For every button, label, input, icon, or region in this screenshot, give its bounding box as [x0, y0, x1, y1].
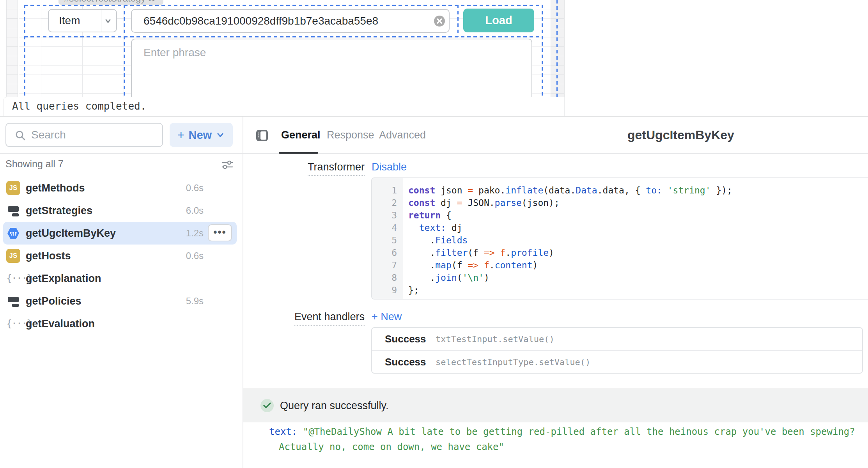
selection-outline-top [24, 5, 542, 6]
new-query-button[interactable]: + New [170, 123, 233, 147]
query-name: getEvaluation [26, 312, 95, 335]
test-input-type-select[interactable]: Item [48, 9, 117, 32]
line-number: 6 [372, 246, 403, 259]
tab-advanced[interactable]: Advanced [379, 117, 426, 153]
line-number: 5 [372, 234, 403, 246]
code-line: text: dj [408, 222, 868, 234]
line-number: 1 [372, 184, 403, 197]
event-handler-row[interactable]: SuccessselectTestInputType.setValue() [372, 350, 862, 372]
query-name: getHosts [26, 245, 71, 267]
plus-icon: + [177, 128, 185, 142]
select-divider [101, 10, 101, 32]
filter-sliders-icon[interactable] [220, 158, 234, 172]
query-list-item-getStrategies[interactable]: getStrategies6.0s [0, 199, 243, 222]
query-list-item-getUgcItemByKey[interactable]: getUgcItemByKey1.2s••• [0, 222, 243, 245]
handler-command: txtTestInput.setValue() [436, 328, 554, 350]
braces-icon: {···} [6, 317, 20, 331]
active-tab-underline [279, 152, 318, 154]
event-handler-row[interactable]: SuccesstxtTestInput.setValue() [372, 328, 862, 350]
hexagon-icon [6, 226, 20, 240]
js-icon: JS [6, 249, 20, 263]
query-run-time: 1.2s [186, 222, 204, 245]
query-list-item-getEvaluation[interactable]: {···}getEvaluation [0, 312, 243, 335]
app-canvas: #selectTestStrategy ≫ Item 6546dc0b98ca1… [0, 0, 868, 117]
response-line-1: text: "@TheDailyShow A bit late to be ge… [269, 424, 868, 440]
selection-outline-col1 [124, 5, 125, 104]
query-list-item-getPolicies[interactable]: getPolicies5.9s [0, 290, 243, 312]
query-result-bar: Query ran successfully. [243, 388, 868, 422]
select-value: Item [59, 10, 80, 32]
line-number: 2 [372, 197, 403, 209]
status-text: All queries completed. [12, 97, 146, 115]
code-line: const json = pako.inflate(data.Data.data… [408, 184, 868, 197]
tab-general[interactable]: General [281, 117, 321, 153]
panel-toggle-icon[interactable] [256, 129, 268, 142]
braces-icon: {···} [6, 271, 20, 285]
query-list-item-getMethods[interactable]: JSgetMethods0.6s [0, 177, 243, 199]
query-name: getExplanation [26, 267, 101, 290]
query-name: getMethods [26, 177, 85, 199]
item-key-input[interactable]: 6546dc0b98ca191000928dff9b1b7e3acaba55e8 [131, 9, 450, 33]
success-check-icon [260, 399, 274, 412]
search-placeholder: Search [31, 124, 66, 146]
query-search-input[interactable]: Search [5, 123, 163, 147]
chevron-down-icon [216, 130, 225, 140]
selection-outline-col2 [457, 5, 459, 37]
query-count-label: Showing all 7 [5, 158, 64, 170]
phrase-placeholder: Enter phrase [143, 46, 206, 59]
selection-outline-right [542, 5, 543, 104]
query-name: getStrategies [26, 199, 92, 222]
code-line: }; [408, 284, 868, 296]
transformer-label: Transformer [308, 161, 365, 176]
load-button[interactable]: Load [463, 9, 534, 32]
query-name: getUgcItemByKey [26, 222, 116, 245]
line-number: 7 [372, 259, 403, 271]
code-line: .join('\n') [408, 271, 868, 284]
code-line-numbers: 123456789 [372, 178, 403, 299]
phrase-textarea[interactable]: Enter phrase [131, 39, 532, 104]
js-icon: JS [6, 181, 20, 195]
event-handlers-label: Event handlers [294, 311, 365, 326]
transformer-code-editor[interactable]: 123456789 const json = pako.inflate(data… [371, 177, 868, 300]
selection-outline-mid [24, 36, 542, 37]
code-line: return { [408, 209, 868, 222]
item-key-value: 6546dc0b98ca191000928dff9b1b7e3acaba55e8 [143, 10, 378, 32]
query-run-time: 6.0s [186, 199, 204, 222]
handler-event: Success [385, 328, 426, 350]
search-icon [15, 130, 26, 141]
line-number: 8 [372, 271, 403, 284]
event-handlers-table: SuccesstxtTestInput.setValue()Successsel… [371, 327, 863, 374]
header-divider [0, 153, 868, 154]
tab-response[interactable]: Response [327, 117, 374, 153]
code-line: const dj = JSON.parse(json); [408, 197, 868, 209]
selection-outline-left [24, 5, 25, 104]
query-run-time: 0.6s [186, 177, 204, 199]
query-status-bar: All queries completed. [3, 97, 565, 116]
code-line: .filter(f => f.profile) [408, 246, 868, 259]
query-response-preview: text: "@TheDailyShow A bit late to be ge… [269, 424, 868, 455]
line-number: 4 [372, 222, 403, 234]
query-list-item-getHosts[interactable]: JSgetHosts0.6s [0, 245, 243, 267]
handler-command: selectTestInputType.setValue() [436, 351, 590, 373]
query-name: getPolicies [26, 290, 81, 312]
response-line-2: Actually no, come on down, we have cake" [269, 440, 868, 455]
resource-icon [6, 294, 20, 308]
line-number: 9 [372, 284, 403, 296]
chevron-down-icon[interactable] [103, 16, 113, 28]
query-run-time: 5.9s [186, 290, 204, 312]
clear-input-icon[interactable] [434, 16, 445, 27]
code-line: .map(f => f.content) [408, 259, 868, 271]
code-line: .Fields [408, 234, 868, 246]
widget-name-tag: #selectTestStrategy ≫ [58, 0, 163, 5]
code-lines: const json = pako.inflate(data.Data.data… [408, 178, 868, 296]
add-event-handler-link[interactable]: + New [372, 311, 402, 323]
query-title: getUgcItemByKey [627, 117, 734, 153]
query-more-button[interactable]: ••• [208, 224, 232, 241]
transformer-disable-link[interactable]: Disable [372, 161, 407, 173]
line-number: 3 [372, 209, 403, 222]
query-list-item-getExplanation[interactable]: {···}getExplanation [0, 267, 243, 290]
query-run-time: 0.6s [186, 245, 204, 267]
handler-event: Success [385, 351, 426, 373]
query-success-message: Query ran successfully. [280, 389, 389, 423]
query-list: JSgetMethods0.6sgetStrategies6.0sgetUgcI… [0, 177, 243, 335]
